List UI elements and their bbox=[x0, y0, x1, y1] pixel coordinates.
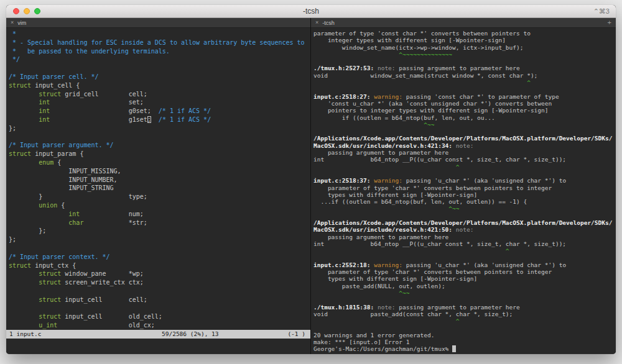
terminal-text: /* Input parser cell. */ bbox=[9, 73, 99, 80]
terminal-line: ...if ((outlen = b64_ntop(buf, len, out,… bbox=[313, 198, 616, 205]
terminal-text: screen_write_ctx ctx; bbox=[61, 279, 143, 286]
terminal-window: -tcsh ⌃⌘3 × vim * * - Special handling f… bbox=[6, 5, 616, 354]
terminal-text: int bbox=[68, 211, 80, 217]
terminal-text: * bbox=[9, 30, 16, 37]
terminal-text bbox=[9, 219, 68, 226]
terminal-text: ^ bbox=[313, 317, 460, 324]
terminal-line: struct window_pane *wp; bbox=[9, 270, 310, 278]
terminal-text: set; bbox=[50, 99, 144, 106]
terminal-line: if ((outlen = b64_ntop(buf, len, out, ou… bbox=[313, 114, 616, 121]
terminal-line: /Applications/Xcode.app/Contents/Develop… bbox=[313, 135, 616, 142]
terminal-text: { bbox=[53, 159, 61, 166]
terminal-line: MacOSX.sdk/usr/include/resolv.h:421:50: … bbox=[313, 226, 616, 233]
terminal-line: ^ bbox=[313, 247, 616, 254]
terminal-text: *str; bbox=[83, 219, 147, 226]
terminal-text: ^ bbox=[313, 163, 460, 170]
terminal-text bbox=[9, 159, 39, 166]
terminal-line bbox=[9, 304, 310, 313]
vim-terminal[interactable]: * * - Special handling for ESC inside a … bbox=[6, 28, 310, 330]
terminal-line: 20 warnings and 1 error generated. bbox=[313, 332, 616, 339]
terminal-line bbox=[313, 128, 616, 135]
terminal-line: u_int old_cx; bbox=[9, 321, 310, 330]
terminal-text: /Applications/Xcode.app/Contents/Develop… bbox=[313, 135, 612, 142]
terminal-text: struct bbox=[9, 150, 31, 157]
terminal-line: parameter of type 'const char *' convert… bbox=[313, 30, 616, 37]
terminal-line: integer types with different sign [-Wpoi… bbox=[313, 37, 616, 43]
terminal-line: * - Special handling for ESC inside a DC… bbox=[9, 39, 310, 47]
terminal-line: struct input_cell { bbox=[9, 81, 310, 90]
terminal-text: }; bbox=[9, 227, 46, 234]
pane-close-icon[interactable]: × bbox=[11, 20, 14, 25]
terminal-text: struct bbox=[39, 270, 61, 277]
terminal-line: 'const u_char *' (aka 'const unsigned ch… bbox=[313, 100, 616, 107]
terminal-text: INPUT_NUMBER, bbox=[9, 176, 118, 183]
terminal-text: g0set; bbox=[50, 107, 159, 114]
terminal-line: struct input_ctx { bbox=[9, 262, 310, 270]
terminal-text: ^~~ bbox=[313, 121, 434, 128]
terminal-text bbox=[9, 91, 39, 98]
terminal-text: ^~~ bbox=[313, 289, 409, 296]
minimize-button[interactable] bbox=[24, 8, 30, 14]
terminal-text: ^ bbox=[313, 79, 531, 86]
shell-terminal[interactable]: parameter of type 'const char *' convert… bbox=[311, 28, 616, 353]
terminal-text: window_pane *wp; bbox=[61, 270, 143, 277]
terminal-line: INPUT_MISSING, bbox=[9, 167, 310, 176]
terminal-line: struct grid_cell cell; bbox=[9, 90, 310, 99]
right-pane-titlebar[interactable]: × -tcsh + bbox=[311, 18, 616, 28]
terminal-line: ^~~ bbox=[313, 289, 616, 296]
zoom-button[interactable] bbox=[34, 8, 40, 14]
close-button[interactable] bbox=[13, 8, 19, 14]
terminal-text: warning: bbox=[374, 177, 406, 184]
terminal-text: old_cx; bbox=[57, 322, 155, 329]
terminal-line: passing argument to parameter here bbox=[313, 234, 616, 240]
pane-close-icon[interactable]: × bbox=[315, 20, 318, 25]
terminal-text: paste_add(NULL, out, outlen); bbox=[313, 283, 445, 289]
terminal-text: parameter of type 'char *' converts betw… bbox=[313, 268, 552, 275]
terminal-text: struct bbox=[39, 296, 61, 303]
terminal-text bbox=[9, 296, 39, 303]
window-title: -tcsh bbox=[6, 7, 616, 16]
terminal-text: George's-Mac:/Users/gnachman/git/tmux% bbox=[313, 345, 452, 352]
terminal-line bbox=[9, 133, 310, 142]
terminal-line: int num; bbox=[9, 210, 310, 219]
terminal-text: union bbox=[39, 202, 57, 209]
left-pane-titlebar[interactable]: × vim bbox=[6, 18, 310, 28]
terminal-line: int g1set; /* 1 if ACS */ bbox=[9, 116, 310, 124]
terminal-text: MacOSX.sdk/usr/include/resolv.h:421:50: bbox=[313, 226, 456, 233]
terminal-text: int b64_ntop __P((u_char const *, size_t… bbox=[313, 240, 566, 247]
terminal-text: passing argument to parameter here bbox=[399, 65, 519, 71]
terminal-line bbox=[313, 58, 616, 65]
terminal-text: struct bbox=[9, 262, 31, 269]
terminal-line: struct input_cell old_cell; bbox=[9, 312, 310, 321]
terminal-line: }; bbox=[9, 235, 310, 244]
terminal-line: int set; bbox=[9, 98, 310, 107]
terminal-line: pointers to integer types with different… bbox=[313, 107, 616, 114]
terminal-line bbox=[9, 64, 310, 73]
terminal-text: ^~~ bbox=[313, 205, 460, 212]
terminal-text bbox=[9, 99, 39, 106]
window-titlebar[interactable]: -tcsh ⌃⌘3 bbox=[6, 5, 616, 18]
terminal-line: MacOSX.sdk/usr/include/resolv.h:421:34: … bbox=[313, 142, 616, 149]
left-pane-title: vim bbox=[17, 20, 26, 26]
terminal-line bbox=[313, 86, 616, 93]
terminal-text: /* 1 if ACS */ bbox=[159, 107, 211, 114]
terminal-text: pointers to integer types with different… bbox=[313, 107, 549, 114]
terminal-text: warning: bbox=[374, 262, 406, 268]
terminal-text: }; bbox=[9, 236, 16, 243]
terminal-text: note: bbox=[378, 304, 399, 311]
new-pane-plus-icon[interactable]: + bbox=[608, 19, 611, 26]
terminal-line bbox=[313, 324, 616, 331]
terminal-text: int bbox=[39, 99, 50, 106]
terminal-line: struct screen_write_ctx ctx; bbox=[9, 278, 310, 287]
terminal-text: num; bbox=[80, 211, 143, 217]
terminal-line: /Applications/Xcode.app/Contents/Develop… bbox=[313, 219, 616, 226]
vim-pane: × vim * * - Special handling for ESC ins… bbox=[6, 18, 310, 354]
terminal-text: input.c:2552:18: bbox=[313, 262, 374, 268]
terminal-text bbox=[9, 279, 39, 286]
terminal-text: /* Input parser argument. */ bbox=[9, 142, 114, 148]
terminal-line: int g0set; /* 1 if ACS */ bbox=[9, 107, 310, 116]
terminal-text: types with different sign [-Wpointer-sig… bbox=[313, 191, 477, 198]
terminal-text: 'const u_char *' (aka 'const unsigned ch… bbox=[313, 100, 552, 107]
terminal-line: ^ bbox=[313, 163, 616, 170]
terminal-line: /* Input parser context. */ bbox=[9, 253, 310, 262]
